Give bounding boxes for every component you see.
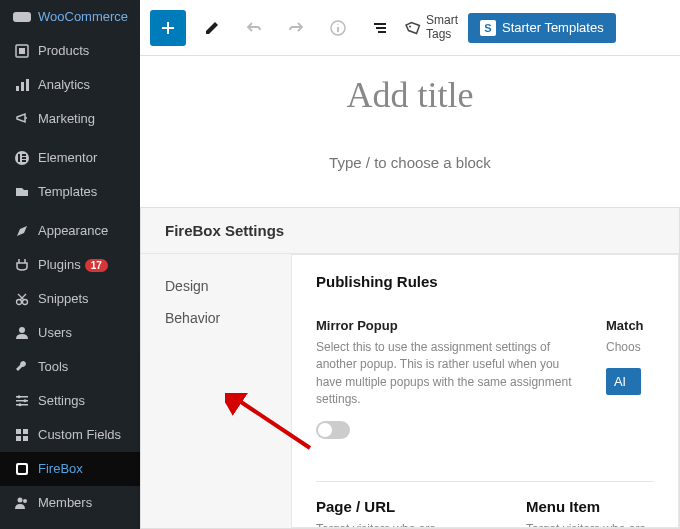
appearance-icon [12,221,32,241]
svg-point-19 [19,403,22,406]
svg-rect-23 [23,436,28,441]
match-button[interactable]: Al [606,368,641,395]
sidebar-item-label: Templates [38,184,97,200]
outline-button[interactable] [364,12,396,44]
svg-point-31 [409,25,412,28]
sidebar-item-woocommerce[interactable]: WooCommerce [0,0,140,34]
members-icon [12,493,32,513]
svg-rect-7 [18,154,20,162]
sidebar-item-settings[interactable]: Settings [0,384,140,418]
page-url-label: Page / URL [316,498,486,515]
match-desc: Choos [606,339,654,356]
svg-point-17 [18,395,21,398]
svg-point-26 [18,498,23,503]
svg-point-12 [23,300,28,305]
settings-content: Publishing Rules Mirror Popup Select thi… [291,254,679,528]
sidebar-item-label: Products [38,43,89,59]
sidebar-item-label: Analytics [38,77,90,93]
block-prompt[interactable]: Type / to choose a block [140,154,680,171]
smart-tags-label: Smart Tags [426,14,458,40]
divider [316,481,654,482]
analytics-icon [12,75,32,95]
edit-button[interactable] [196,12,228,44]
sidebar-item-snippets[interactable]: Snippets [0,282,140,316]
sidebar-item-appearance[interactable]: Appearance [0,214,140,248]
svg-rect-0 [13,12,31,22]
firebox-settings-panel: FireBox Settings Design Behavior Publish… [140,207,680,529]
sidebar-item-label: Custom Fields [38,427,121,443]
mirror-label: Mirror Popup [316,318,576,333]
plugins-badge: 17 [85,259,108,272]
info-button[interactable] [322,12,354,44]
woocommerce-icon [12,7,32,27]
sidebar-item-tools[interactable]: Tools [0,350,140,384]
tools-icon [12,357,32,377]
svg-rect-2 [19,48,25,54]
settings-tabs: Design Behavior [141,254,291,528]
sidebar-item-customfields[interactable]: Custom Fields [0,418,140,452]
svg-point-11 [17,300,22,305]
match-label: Match [606,318,654,333]
tab-behavior[interactable]: Behavior [141,302,291,334]
editor-toolbar: Smart Tags S Starter Templates [140,0,680,56]
sidebar-item-label: Users [38,325,72,341]
sidebar-item-label: Snippets [38,291,89,307]
admin-sidebar: WooCommerce Products Analytics Marketing… [0,0,140,529]
menu-item-desc: Target visitors who are browsing specifi… [526,521,679,528]
sidebar-item-elementor[interactable]: Elementor [0,141,140,175]
svg-rect-3 [16,86,19,91]
svg-point-18 [24,399,27,402]
redo-button[interactable] [280,12,312,44]
svg-rect-5 [26,79,29,91]
sidebar-item-marketing[interactable]: Marketing [0,102,140,136]
settings-icon [12,391,32,411]
add-block-button[interactable] [150,10,186,46]
sidebar-item-label: WooCommerce [38,9,128,25]
sidebar-item-users[interactable]: Users [0,316,140,350]
plugins-icon [12,255,32,275]
svg-rect-22 [16,436,21,441]
smart-tags-button[interactable]: Smart Tags [406,14,458,40]
svg-point-27 [23,499,27,503]
starter-icon: S [480,20,496,36]
sidebar-item-label: Tools [38,359,68,375]
svg-point-13 [19,327,25,333]
elementor-icon [12,148,32,168]
svg-rect-8 [22,154,26,156]
customfields-icon [12,425,32,445]
title-input[interactable]: Add title [140,74,680,116]
sidebar-item-products[interactable]: Products [0,34,140,68]
sidebar-item-members[interactable]: Members [0,486,140,520]
publishing-rules-title: Publishing Rules [316,273,654,290]
editor-main: Smart Tags S Starter Templates Add title… [140,0,680,529]
settings-header: FireBox Settings [141,208,679,254]
svg-rect-4 [21,82,24,91]
users-icon [12,323,32,343]
sidebar-item-label: Appearance [38,223,108,239]
svg-rect-10 [22,160,26,162]
svg-rect-20 [16,429,21,434]
sidebar-item-label: Settings [38,393,85,409]
mirror-desc: Select this to use the assignment settin… [316,339,576,409]
sidebar-item-plugins[interactable]: Plugins 17 [0,248,140,282]
products-icon [12,41,32,61]
svg-rect-9 [22,157,26,159]
sidebar-item-label: Members [38,495,92,511]
sidebar-item-firebox[interactable]: FireBox [0,452,140,486]
undo-button[interactable] [238,12,270,44]
svg-rect-25 [18,465,26,473]
sidebar-item-templates[interactable]: Templates [0,175,140,209]
sidebar-item-analytics[interactable]: Analytics [0,68,140,102]
tab-design[interactable]: Design [141,270,291,302]
mirror-toggle[interactable] [316,421,350,439]
sidebar-item-label: Plugins [38,257,81,273]
sidebar-item-qiaddons[interactable]: Qi Addons For Elementor [0,520,140,529]
templates-icon [12,182,32,202]
tag-icon [403,17,424,38]
sidebar-item-label: Elementor [38,150,97,166]
svg-rect-21 [23,429,28,434]
page-url-desc: Target visitors who are browsing specifi… [316,521,486,528]
sidebar-item-label: Marketing [38,111,95,127]
starter-templates-button[interactable]: S Starter Templates [468,13,616,43]
menu-item-label: Menu Item [526,498,679,515]
